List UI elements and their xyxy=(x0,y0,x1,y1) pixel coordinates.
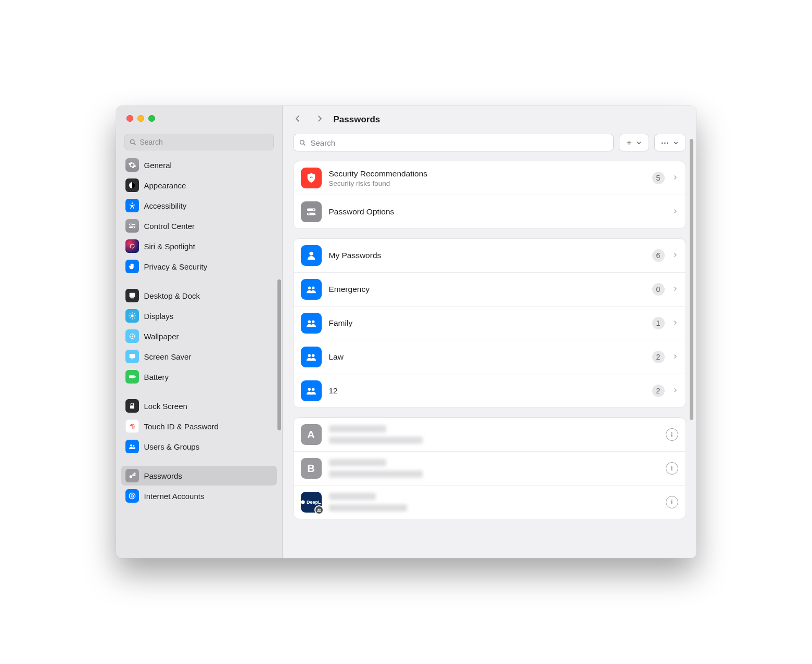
content-scrollbar[interactable] xyxy=(690,139,693,420)
sidebar-item-privacy[interactable]: Privacy & Security xyxy=(121,257,277,276)
svg-point-21 xyxy=(131,336,133,337)
siri-icon xyxy=(125,239,139,253)
chevron-right-icon xyxy=(672,318,678,328)
sidebar-item-desktop-dock[interactable]: Desktop & Dock xyxy=(121,286,277,305)
sidebar-item-touchid[interactable]: Touch ID & Password xyxy=(121,416,277,436)
svg-point-54 xyxy=(319,509,321,510)
system-settings-window: Search General Appearance Accessibility … xyxy=(116,106,696,558)
svg-line-17 xyxy=(134,317,134,318)
sidebar-item-appearance[interactable]: Appearance xyxy=(121,175,277,195)
chevron-down-icon xyxy=(636,139,642,146)
svg-point-50 xyxy=(311,354,314,357)
svg-line-1 xyxy=(134,143,135,145)
site-avatar: ⬢ DeepL xyxy=(301,492,322,513)
shield-warning-icon: ! xyxy=(301,168,322,188)
passwords-search-input[interactable]: Search xyxy=(293,134,614,151)
sidebar-item-siri[interactable]: Siri & Spotlight xyxy=(121,236,277,256)
sidebar-item-displays[interactable]: Displays xyxy=(121,306,277,326)
ellipsis-icon: ··· xyxy=(661,138,669,147)
sidebar-item-screensaver[interactable]: Screen Saver xyxy=(121,347,277,366)
sidebar-item-label: Siri & Spotlight xyxy=(144,242,195,251)
sidebar-item-passwords[interactable]: Passwords xyxy=(121,466,277,486)
sidebar-item-label: Displays xyxy=(144,312,174,321)
svg-rect-26 xyxy=(129,354,135,358)
sidebar-item-internet-accounts[interactable]: Internet Accounts xyxy=(121,486,277,506)
nav-back-button[interactable] xyxy=(293,114,302,125)
group-row-family[interactable]: Family 1 xyxy=(294,306,686,340)
svg-point-23 xyxy=(132,338,133,339)
svg-line-16 xyxy=(130,313,130,314)
sidebar-item-users-groups[interactable]: Users & Groups xyxy=(121,437,277,456)
sidebar-item-accessibility[interactable]: Accessibility xyxy=(121,196,277,215)
svg-point-6 xyxy=(130,224,131,225)
control-center-icon xyxy=(125,219,139,233)
sidebar-item-label: Appearance xyxy=(144,181,186,190)
group-row-law[interactable]: Law 2 xyxy=(294,340,686,374)
more-actions-button[interactable]: ··· xyxy=(654,134,686,151)
close-window-button[interactable] xyxy=(126,115,133,122)
sidebar-item-battery[interactable]: Battery xyxy=(121,367,277,387)
content-pane: Passwords Search ··· xyxy=(283,106,696,558)
chevron-down-icon xyxy=(673,139,679,146)
sidebar-search-input[interactable]: Search xyxy=(124,134,274,150)
sidebar-item-label: Touch ID & Password xyxy=(144,422,219,431)
svg-line-36 xyxy=(303,144,305,145)
toolbar: Passwords xyxy=(283,106,696,134)
group-row-12[interactable]: 12 2 xyxy=(294,374,686,407)
password-options-row[interactable]: Password Options xyxy=(294,195,686,228)
key-icon xyxy=(125,469,139,482)
security-count-badge: 5 xyxy=(652,172,665,184)
sidebar-item-control-center[interactable]: Control Center xyxy=(121,216,277,236)
at-icon xyxy=(125,489,139,503)
minimize-window-button[interactable] xyxy=(137,115,144,122)
fullscreen-window-button[interactable] xyxy=(148,115,155,122)
sidebar-item-label: Battery xyxy=(144,373,169,381)
sidebar-item-wallpaper[interactable]: Wallpaper xyxy=(121,326,277,346)
nav-forward-button[interactable] xyxy=(315,114,324,125)
group-count-badge: 0 xyxy=(652,283,665,296)
entry-subtitle-redacted xyxy=(329,470,423,478)
group-count-badge: 2 xyxy=(652,385,665,397)
svg-point-45 xyxy=(308,287,311,290)
svg-point-43 xyxy=(308,213,310,215)
window-controls xyxy=(116,106,282,132)
sidebar-item-label: Accessibility xyxy=(144,201,187,210)
svg-rect-29 xyxy=(135,376,135,378)
lock-icon xyxy=(125,399,139,413)
password-entry-row[interactable]: A i xyxy=(294,418,686,451)
svg-point-52 xyxy=(311,388,314,391)
group-row-my-passwords[interactable]: My Passwords 6 xyxy=(294,239,686,272)
info-button[interactable]: i xyxy=(666,462,678,475)
hand-icon xyxy=(125,260,139,273)
group-label: Family xyxy=(329,318,645,328)
sidebar-item-lock-screen[interactable]: Lock Screen xyxy=(121,396,277,416)
sidebar-scrollbar[interactable] xyxy=(277,279,281,430)
password-entry-row[interactable]: B i xyxy=(294,451,686,485)
svg-point-0 xyxy=(130,139,134,144)
sidebar-item-label: Passwords xyxy=(144,471,182,480)
entry-title-redacted xyxy=(329,459,386,466)
svg-point-11 xyxy=(131,314,133,317)
password-entry-row[interactable]: ⬢ DeepL i xyxy=(294,485,686,519)
sidebar-item-label: Wallpaper xyxy=(144,332,179,341)
info-button[interactable]: i xyxy=(666,428,678,441)
battery-icon xyxy=(125,370,139,384)
sidebar-item-general[interactable]: General xyxy=(121,155,277,175)
person-icon xyxy=(301,245,322,266)
info-button[interactable]: i xyxy=(666,496,678,508)
sidebar-list: General Appearance Accessibility Control… xyxy=(116,155,282,558)
svg-point-51 xyxy=(308,388,311,391)
people-icon xyxy=(301,279,322,300)
settings-card: ! Security Recommendations Security risk… xyxy=(293,161,686,229)
plus-icon xyxy=(626,139,632,146)
accessibility-icon xyxy=(125,199,139,212)
security-recommendations-row[interactable]: ! Security Recommendations Security risk… xyxy=(294,161,686,195)
passwords-search-placeholder: Search xyxy=(311,138,336,147)
people-icon xyxy=(301,380,322,401)
svg-rect-28 xyxy=(129,375,135,378)
add-password-button[interactable] xyxy=(619,134,649,151)
entry-title-redacted xyxy=(329,493,376,500)
site-avatar: A xyxy=(301,424,322,445)
chevron-right-icon xyxy=(672,386,678,395)
group-row-emergency[interactable]: Emergency 0 xyxy=(294,272,686,306)
